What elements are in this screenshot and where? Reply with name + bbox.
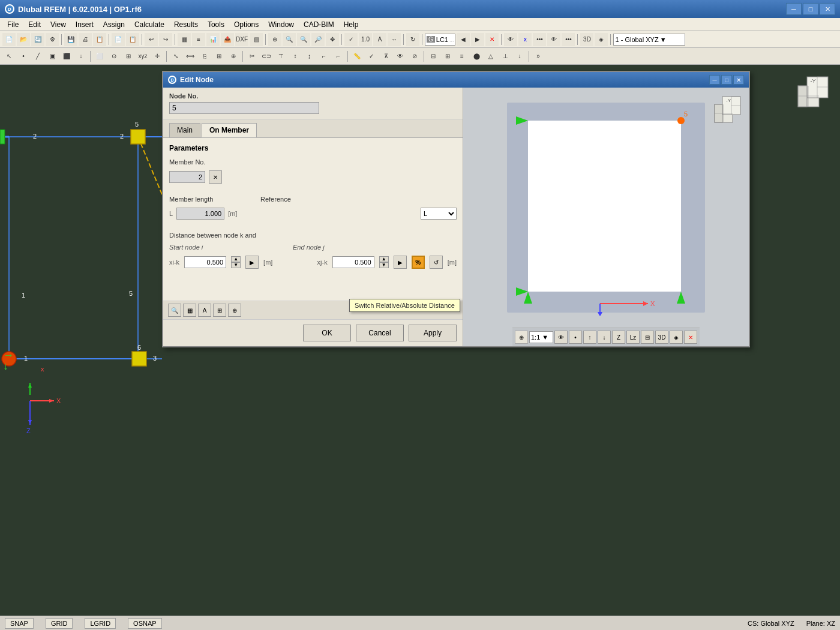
- menu-help[interactable]: Help: [339, 19, 364, 30]
- member-length-input[interactable]: [176, 208, 224, 220]
- xi-k-arrow[interactable]: ▶: [245, 256, 259, 269]
- pointer-button[interactable]: ↖: [2, 50, 16, 63]
- calc-in-dialog[interactable]: ⊕: [228, 304, 241, 317]
- mirror-button[interactable]: ⟺: [184, 50, 197, 63]
- right-stop-icon[interactable]: ✕: [684, 331, 697, 344]
- tab-main[interactable]: Main: [169, 123, 200, 137]
- solid-button[interactable]: ⬛: [60, 50, 73, 63]
- dim-button[interactable]: ↔: [388, 33, 401, 46]
- ok-button[interactable]: OK: [303, 325, 351, 341]
- join-button[interactable]: ⊂⊃: [260, 50, 273, 63]
- axis-button[interactable]: xyz: [136, 50, 149, 63]
- fillet-button[interactable]: ⌐: [317, 50, 331, 63]
- split-button[interactable]: ✂: [245, 50, 259, 63]
- select-button[interactable]: ⬜: [93, 50, 106, 63]
- right-dropdown[interactable]: 1:1 ▼: [529, 331, 553, 343]
- apply-button[interactable]: Apply: [409, 325, 457, 341]
- grid-button[interactable]: ⊞: [122, 50, 135, 63]
- move-button[interactable]: ✛: [151, 50, 164, 63]
- right-down-icon[interactable]: ↓: [598, 331, 611, 344]
- lc-prev[interactable]: ◀: [457, 33, 470, 46]
- menu-results[interactable]: Results: [169, 19, 203, 30]
- menu-edit[interactable]: Edit: [23, 19, 46, 30]
- render-button[interactable]: ◈: [595, 33, 608, 46]
- section-button[interactable]: ≡: [455, 50, 469, 63]
- right-layer-icon[interactable]: ⊟: [641, 331, 654, 344]
- pan-button[interactable]: ✥: [326, 33, 339, 46]
- dimension-in-dialog[interactable]: ⊞: [213, 304, 226, 317]
- menu-window[interactable]: Window: [263, 19, 299, 30]
- dialog-maximize[interactable]: □: [721, 75, 732, 85]
- xj-k-up[interactable]: ▲: [379, 256, 389, 262]
- right-lz-icon[interactable]: Lz: [626, 331, 640, 344]
- save-button[interactable]: 💾: [64, 33, 77, 46]
- right-render-icon[interactable]: ◈: [670, 331, 683, 344]
- print2-button[interactable]: 📋: [93, 33, 106, 46]
- loads-button[interactable]: ↓: [513, 50, 526, 63]
- scale-button[interactable]: ⤡: [169, 50, 182, 63]
- trim-button[interactable]: ⊤: [274, 50, 287, 63]
- material-button[interactable]: ⬤: [470, 50, 483, 63]
- osnap-status[interactable]: OSNAP: [128, 618, 162, 629]
- check-button[interactable]: ✓: [344, 33, 358, 46]
- load-button[interactable]: ↓: [74, 50, 88, 63]
- check2-button[interactable]: ✓: [365, 50, 378, 63]
- view-cube[interactable]: -Y: [792, 71, 834, 113]
- lc-selector[interactable]: G LC1 ...: [425, 34, 455, 46]
- zoom-in[interactable]: 🔍: [283, 33, 296, 46]
- extend-button[interactable]: ↕: [289, 50, 302, 63]
- right-tool-1[interactable]: ⊕: [515, 331, 528, 344]
- show-button[interactable]: 👁: [394, 50, 407, 63]
- xj-k-down[interactable]: ▼: [379, 262, 389, 268]
- menu-calculate[interactable]: Calculate: [130, 19, 169, 30]
- node-button[interactable]: •: [17, 50, 30, 63]
- reset-button[interactable]: ↺: [430, 256, 443, 269]
- percent-toggle[interactable]: %: [412, 256, 425, 269]
- text-in-dialog[interactable]: A: [198, 304, 211, 317]
- open-button[interactable]: 📂: [17, 33, 30, 46]
- search-in-dialog[interactable]: 🔍: [168, 304, 181, 317]
- results-button[interactable]: 📊: [206, 33, 220, 46]
- export-button[interactable]: 📤: [221, 33, 234, 46]
- xi-k-down[interactable]: ▼: [231, 262, 241, 268]
- xj-k-arrow[interactable]: ▶: [394, 256, 407, 269]
- dialog-titlebar[interactable]: D Edit Node ─ □ ✕: [163, 72, 749, 88]
- xj-k-spinner[interactable]: ▲ ▼: [379, 256, 389, 268]
- lgrid-status[interactable]: LGRID: [85, 618, 116, 629]
- layer-button[interactable]: ⊟: [427, 50, 440, 63]
- xj-k-input[interactable]: [332, 256, 374, 268]
- redo-button[interactable]: ↪: [159, 33, 172, 46]
- print-button[interactable]: 🖨: [79, 33, 92, 46]
- paste-button[interactable]: 📋: [126, 33, 139, 46]
- menu-insert[interactable]: Insert: [71, 19, 98, 30]
- copy2-button[interactable]: ⎘: [198, 50, 211, 63]
- close-button[interactable]: ✕: [820, 3, 835, 15]
- 3d-view[interactable]: 3D: [580, 33, 593, 46]
- dialog-minimize[interactable]: ─: [709, 75, 720, 85]
- right-up-icon[interactable]: ↑: [583, 331, 596, 344]
- member-no-pick-button[interactable]: ✕: [209, 170, 222, 184]
- member-button[interactable]: ╱: [31, 50, 44, 63]
- grid-status[interactable]: GRID: [46, 618, 73, 629]
- lc-next[interactable]: ▶: [471, 33, 484, 46]
- right-node-icon[interactable]: •: [569, 331, 582, 344]
- filter-button[interactable]: ⊼: [379, 50, 392, 63]
- releases-button[interactable]: ⊥: [499, 50, 512, 63]
- zoom-extent[interactable]: ⊕: [268, 33, 281, 46]
- supports-button[interactable]: △: [484, 50, 497, 63]
- menu-assign[interactable]: Assign: [98, 19, 130, 30]
- tab-on-member[interactable]: On Member: [202, 123, 257, 137]
- zoom-out[interactable]: 🔍: [297, 33, 310, 46]
- coord-sys-selector[interactable]: 1 - Global XYZ ▼: [613, 34, 685, 46]
- offset-button[interactable]: ↨: [303, 50, 316, 63]
- right-eye[interactable]: 👁: [554, 331, 568, 344]
- titlebar-controls[interactable]: ─ □ ✕: [786, 3, 835, 15]
- eye2-button[interactable]: 👁: [547, 33, 560, 46]
- meas-button[interactable]: 📏: [350, 50, 364, 63]
- menu-view[interactable]: View: [46, 19, 71, 30]
- maximize-button[interactable]: □: [803, 3, 818, 15]
- node-no-input[interactable]: [169, 102, 319, 114]
- copy-button[interactable]: 📄: [112, 33, 125, 46]
- array-button[interactable]: ⊞: [212, 50, 226, 63]
- table-button[interactable]: ▦: [178, 33, 191, 46]
